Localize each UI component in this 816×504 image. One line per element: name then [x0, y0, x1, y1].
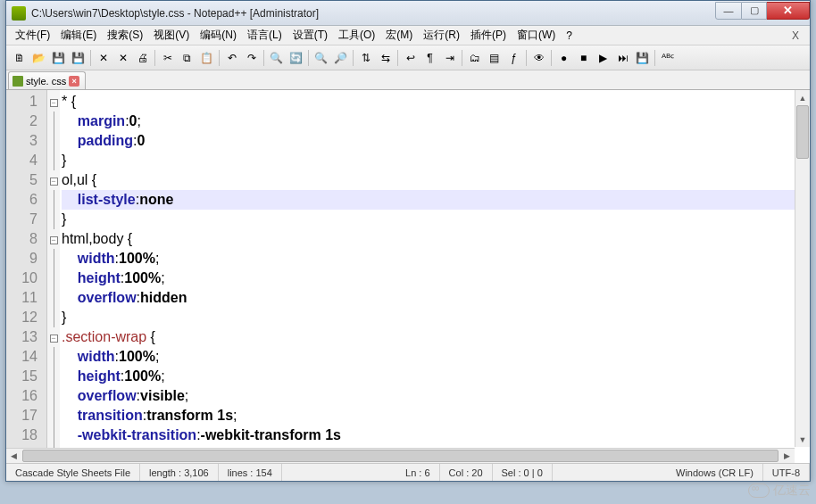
code-line[interactable]: }	[62, 210, 810, 229]
fold-cell[interactable]: −	[47, 229, 60, 249]
line-number[interactable]: 1	[6, 92, 46, 112]
menu-item-12[interactable]: ?	[561, 28, 578, 44]
fold-cell[interactable]	[47, 386, 60, 406]
line-number[interactable]: 9	[6, 249, 46, 269]
menu-item-0[interactable]: 文件(F)	[10, 26, 55, 45]
undo-button[interactable]: ↶	[222, 48, 241, 67]
fold-cell[interactable]	[47, 249, 60, 269]
code-line[interactable]: padding:0	[62, 131, 810, 151]
line-number[interactable]: 14	[6, 347, 46, 367]
menu-item-9[interactable]: 运行(R)	[418, 26, 465, 45]
line-number[interactable]: 7	[6, 210, 46, 229]
tab-close-button[interactable]: ×	[69, 76, 79, 87]
menu-item-11[interactable]: 窗口(W)	[512, 26, 561, 45]
code-editor[interactable]: * { margin:0; padding:0}ol,ul { list-sty…	[60, 90, 810, 463]
fold-column[interactable]: −−−−	[47, 90, 60, 463]
line-number[interactable]: 17	[6, 406, 46, 426]
play-button[interactable]: ▶	[594, 48, 612, 67]
menu-item-5[interactable]: 语言(L)	[242, 26, 287, 45]
menubar-close-button[interactable]: X	[785, 29, 806, 42]
find-button[interactable]: 🔍	[267, 48, 286, 67]
code-line[interactable]: ol,ul {	[62, 170, 810, 190]
fold-cell[interactable]	[47, 426, 60, 445]
all-chars-button[interactable]: ¶	[420, 48, 439, 67]
save-all-button[interactable]: 💾	[69, 48, 87, 67]
code-line[interactable]: html,body {	[62, 229, 810, 249]
line-number[interactable]: 5	[6, 170, 46, 190]
fold-cell[interactable]: −	[47, 170, 60, 190]
folder-tree-button[interactable]: 🗂	[465, 48, 484, 67]
menu-item-10[interactable]: 插件(P)	[465, 26, 512, 45]
vertical-scroll-thumb[interactable]	[796, 105, 809, 159]
fold-cell[interactable]: −	[47, 92, 60, 112]
spell-button[interactable]: ᴬᴮᶜ	[658, 48, 677, 67]
code-line[interactable]: .section-wrap {	[62, 327, 810, 347]
horizontal-scroll-thumb[interactable]	[22, 450, 779, 462]
save-macro-button[interactable]: 💾	[633, 48, 652, 67]
fold-cell[interactable]: −	[47, 327, 60, 347]
line-number[interactable]: 2	[6, 112, 46, 131]
code-line[interactable]: }	[62, 151, 810, 170]
line-number[interactable]: 10	[6, 269, 46, 288]
line-number[interactable]: 4	[6, 151, 46, 170]
line-number[interactable]: 13	[6, 327, 46, 347]
fold-cell[interactable]	[47, 210, 60, 229]
code-line[interactable]: width:100%;	[62, 249, 810, 269]
titlebar[interactable]: C:\Users\win7\Desktop\style.css - Notepa…	[6, 1, 810, 26]
menu-item-4[interactable]: 编码(N)	[195, 26, 242, 45]
menu-item-2[interactable]: 搜索(S)	[102, 26, 148, 45]
line-number[interactable]: 3	[6, 131, 46, 151]
code-line[interactable]: height:100%;	[62, 367, 810, 386]
wrap-button[interactable]: ↩	[401, 48, 420, 67]
line-number[interactable]: 15	[6, 367, 46, 386]
line-number[interactable]: 18	[6, 426, 46, 445]
func-list-button[interactable]: ƒ	[504, 48, 523, 67]
line-number[interactable]: 12	[6, 308, 46, 327]
close-button[interactable]: ✕	[94, 48, 112, 67]
menu-item-3[interactable]: 视图(V)	[148, 26, 195, 45]
replace-button[interactable]: 🔄	[287, 48, 305, 67]
fold-cell[interactable]	[47, 112, 60, 131]
monitor-button[interactable]: 👁	[529, 48, 548, 67]
doc-map-button[interactable]: ▤	[485, 48, 504, 67]
print-button[interactable]: 🖨	[133, 48, 152, 67]
status-encoding[interactable]: UTF-8	[763, 464, 810, 481]
fold-cell[interactable]	[47, 131, 60, 151]
copy-button[interactable]: ⧉	[178, 48, 196, 67]
open-file-button[interactable]: 📂	[29, 48, 48, 67]
close-all-button[interactable]: ✕	[113, 48, 132, 67]
code-line[interactable]: overflow:hidden	[62, 288, 810, 308]
sync-v-button[interactable]: ⇅	[356, 48, 375, 67]
menu-item-6[interactable]: 设置(T)	[287, 26, 333, 45]
zoom-in-button[interactable]: 🔍	[312, 48, 330, 67]
fold-cell[interactable]	[47, 347, 60, 367]
fold-cell[interactable]	[47, 269, 60, 288]
code-line[interactable]: margin:0;	[62, 112, 810, 131]
record-button[interactable]: ●	[554, 48, 573, 67]
code-line[interactable]: height:100%;	[62, 269, 810, 288]
paste-button[interactable]: 📋	[197, 48, 216, 67]
editor-area[interactable]: 12345678910111213141516171819 −−−− * { m…	[6, 90, 810, 463]
tab-style-css[interactable]: style. css ×	[8, 71, 86, 89]
line-number[interactable]: 16	[6, 386, 46, 406]
zoom-out-button[interactable]: 🔎	[331, 48, 350, 67]
cut-button[interactable]: ✂	[158, 48, 177, 67]
code-line[interactable]: width:100%;	[62, 347, 810, 367]
line-number[interactable]: 6	[6, 190, 46, 210]
menu-item-1[interactable]: 编辑(E)	[55, 26, 102, 45]
vertical-scrollbar[interactable]: ▲ ▼	[795, 90, 810, 447]
fold-cell[interactable]	[47, 308, 60, 327]
code-line[interactable]: * {	[62, 92, 810, 112]
menu-item-7[interactable]: 工具(O)	[333, 26, 380, 45]
code-line[interactable]: transition:transform 1s;	[62, 406, 810, 426]
scroll-left-button[interactable]: ◀	[6, 449, 21, 463]
save-button[interactable]: 💾	[49, 48, 68, 67]
maximize-button[interactable]: ▢	[742, 2, 767, 20]
code-line[interactable]: list-style:none	[62, 190, 810, 210]
line-number-gutter[interactable]: 12345678910111213141516171819	[6, 90, 47, 463]
horizontal-scrollbar[interactable]: ◀ ▶	[6, 448, 795, 463]
redo-button[interactable]: ↷	[242, 48, 261, 67]
close-button[interactable]: ✕	[767, 2, 810, 20]
scroll-down-button[interactable]: ▼	[795, 432, 810, 447]
indent-button[interactable]: ⇥	[440, 48, 459, 67]
